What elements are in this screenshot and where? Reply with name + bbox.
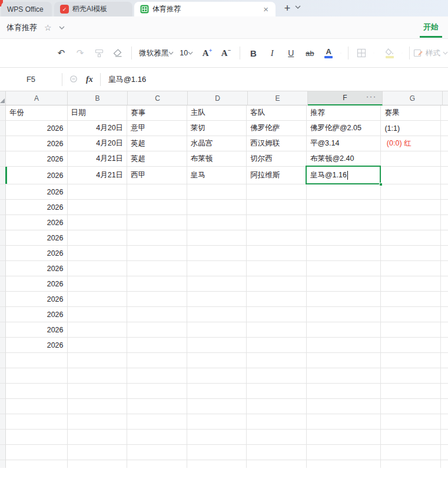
cell-E6[interactable]: [247, 184, 307, 200]
cell-E19[interactable]: [247, 384, 307, 399]
cell-sliver[interactable]: [441, 261, 448, 276]
row-header[interactable]: [0, 167, 6, 184]
row-header[interactable]: [0, 384, 6, 399]
cell-G13[interactable]: [381, 292, 441, 307]
cell-sliver[interactable]: [441, 230, 448, 246]
cell-D14[interactable]: [187, 307, 247, 322]
redo-button[interactable]: ↷: [73, 45, 87, 61]
row-header[interactable]: [0, 184, 6, 200]
cell-E20[interactable]: [247, 399, 307, 414]
cell-G6[interactable]: [381, 184, 441, 200]
cell-sliver[interactable]: [441, 276, 448, 292]
cell-A14[interactable]: 2026: [6, 307, 68, 322]
cell-B1[interactable]: 日期: [68, 105, 128, 121]
italic-button[interactable]: I: [265, 45, 279, 61]
cell-C1[interactable]: 赛事: [127, 105, 187, 121]
cell-B10[interactable]: [68, 246, 128, 261]
cell-D24[interactable]: [187, 460, 247, 468]
cell-A5[interactable]: 2026: [6, 167, 68, 184]
cell-sliver[interactable]: [441, 338, 448, 353]
cell-C16[interactable]: [127, 338, 187, 353]
cell-B12[interactable]: [68, 276, 128, 292]
tab-list-chevron-icon[interactable]: [295, 5, 301, 9]
format-painter-icon[interactable]: [92, 45, 106, 61]
title-chevron-down-icon[interactable]: [59, 26, 65, 29]
cell-E12[interactable]: [247, 276, 307, 292]
cell-G24[interactable]: [381, 460, 441, 468]
borders-icon[interactable]: [354, 45, 369, 61]
bold-button[interactable]: B: [246, 45, 260, 61]
cell-E8[interactable]: [247, 215, 307, 230]
row-header[interactable]: [0, 399, 6, 414]
favorite-star-icon[interactable]: ☆: [44, 23, 52, 32]
cell-F3[interactable]: 平@3.14: [307, 136, 381, 151]
cell-B24[interactable]: [68, 460, 128, 468]
cell-sliver[interactable]: [441, 167, 448, 184]
cell-G19[interactable]: [381, 384, 441, 399]
row-header[interactable]: [0, 338, 6, 353]
cell-sliver[interactable]: [441, 292, 448, 307]
cell-F11[interactable]: [307, 261, 381, 276]
cell-F17[interactable]: [307, 353, 381, 368]
cell-G20[interactable]: [381, 399, 441, 414]
column-header-E[interactable]: E: [248, 91, 308, 105]
cell-B11[interactable]: [68, 261, 128, 276]
cell-C12[interactable]: [127, 276, 187, 292]
name-box[interactable]: F5: [0, 75, 62, 84]
column-header-C[interactable]: C: [128, 91, 188, 105]
cell-C9[interactable]: [127, 230, 187, 246]
cell-G18[interactable]: [381, 368, 441, 384]
cell-A3[interactable]: 2026: [6, 136, 68, 151]
decrease-font-size-button[interactable]: A−: [219, 45, 233, 61]
cell-C4[interactable]: 英超: [127, 151, 187, 167]
cell-B16[interactable]: [68, 338, 128, 353]
cell-C3[interactable]: 英超: [127, 136, 187, 151]
cell-E22[interactable]: [247, 430, 307, 445]
cell-B19[interactable]: [68, 384, 128, 399]
row-header[interactable]: [0, 261, 6, 276]
cell-B22[interactable]: [68, 430, 128, 445]
cell-D17[interactable]: [187, 353, 247, 368]
cell-C13[interactable]: [127, 292, 187, 307]
cell-sliver[interactable]: [441, 200, 448, 215]
cell-E9[interactable]: [247, 230, 307, 246]
cell-B15[interactable]: [68, 322, 128, 338]
cell-F6[interactable]: [307, 184, 381, 200]
cell-A7[interactable]: 2026: [6, 200, 68, 215]
cell-G9[interactable]: [381, 230, 441, 246]
row-header[interactable]: [0, 151, 6, 167]
fill-handle[interactable]: [379, 183, 383, 186]
cell-G23[interactable]: [381, 445, 441, 460]
cell-sliver[interactable]: [441, 246, 448, 261]
cell-C24[interactable]: [127, 460, 187, 468]
select-all-corner[interactable]: [0, 91, 6, 105]
cell-F22[interactable]: [307, 430, 381, 445]
cell-D12[interactable]: [187, 276, 247, 292]
cell-A6[interactable]: 2026: [6, 184, 68, 200]
cell-D7[interactable]: [187, 200, 247, 215]
borders-chevron-icon[interactable]: [373, 51, 374, 55]
cell-C15[interactable]: [127, 322, 187, 338]
row-header[interactable]: [0, 322, 6, 338]
cell-D18[interactable]: [187, 368, 247, 384]
column-header-sliver[interactable]: [443, 91, 448, 105]
row-header[interactable]: [0, 105, 6, 121]
increase-font-size-button[interactable]: A+: [200, 45, 214, 61]
cell-F20[interactable]: [307, 399, 381, 414]
cell-E21[interactable]: [247, 414, 307, 430]
cell-sliver[interactable]: [441, 384, 448, 399]
cell-A17[interactable]: [6, 353, 68, 368]
cell-E13[interactable]: [247, 292, 307, 307]
cell-E4[interactable]: 切尔西: [247, 151, 307, 167]
column-header-B[interactable]: B: [68, 91, 128, 105]
font-size-select[interactable]: 10: [180, 49, 193, 57]
cell-style-button[interactable]: 样式: [413, 48, 448, 58]
cell-sliver[interactable]: [441, 368, 448, 384]
cell-F8[interactable]: [307, 215, 381, 230]
column-options-icon[interactable]: ···: [366, 93, 377, 101]
row-header[interactable]: [0, 215, 6, 230]
cell-A4[interactable]: 2026: [6, 151, 68, 167]
cell-A11[interactable]: 2026: [6, 261, 68, 276]
cell-C23[interactable]: [127, 445, 187, 460]
cell-A8[interactable]: 2026: [6, 215, 68, 230]
